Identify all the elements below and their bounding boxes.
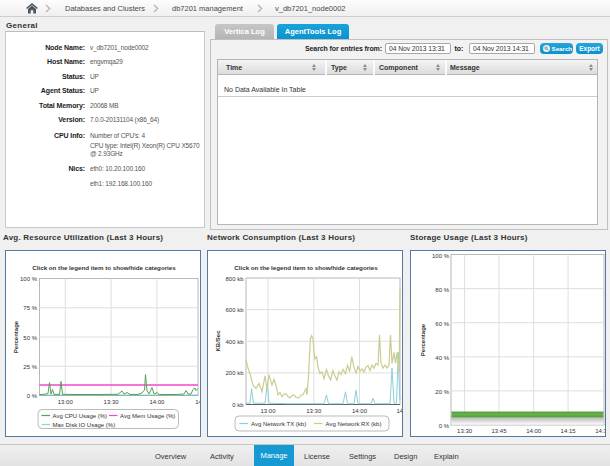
svg-text:75 %: 75 % xyxy=(23,305,37,311)
svg-text:50 %: 50 % xyxy=(23,335,37,341)
svg-text:Avg Mem Usage (%): Avg Mem Usage (%) xyxy=(120,413,175,419)
svg-text:100 %: 100 % xyxy=(432,253,450,259)
svg-text:40 %: 40 % xyxy=(435,355,449,361)
svg-text:0 %: 0 % xyxy=(27,393,38,399)
svg-text:14:15: 14:15 xyxy=(561,428,577,434)
svg-text:60 %: 60 % xyxy=(435,321,449,327)
svg-text:400 kb: 400 kb xyxy=(225,339,244,345)
svg-text:13:30: 13:30 xyxy=(306,408,322,414)
svg-text:13:45: 13:45 xyxy=(491,428,507,434)
svg-text:14:30: 14:30 xyxy=(396,408,402,414)
svg-text:14:00: 14:00 xyxy=(352,408,368,414)
svg-text:KB/Sec: KB/Sec xyxy=(215,330,221,352)
svg-text:0 %: 0 % xyxy=(439,423,450,429)
svg-text:Click on the legend item to sh: Click on the legend item to show/hide ca… xyxy=(32,264,176,271)
svg-text:14:30: 14:30 xyxy=(595,428,605,434)
svg-text:20 %: 20 % xyxy=(435,389,449,395)
svg-text:14:00: 14:00 xyxy=(149,399,165,405)
svg-text:13:00: 13:00 xyxy=(58,399,74,405)
svg-text:Percentage: Percentage xyxy=(13,320,19,353)
svg-text:13:30: 13:30 xyxy=(104,399,120,405)
svg-text:100 %: 100 % xyxy=(20,276,38,282)
svg-text:200 kb: 200 kb xyxy=(225,370,244,376)
svg-text:Percentage: Percentage xyxy=(420,323,426,356)
svg-text:80 %: 80 % xyxy=(435,287,449,293)
svg-text:Click on the legend item to sh: Click on the legend item to show/hide ca… xyxy=(234,264,378,271)
svg-text:800 kb: 800 kb xyxy=(225,276,244,282)
svg-text:14:00: 14:00 xyxy=(526,428,542,434)
svg-text:Avg Network RX (kb): Avg Network RX (kb) xyxy=(326,421,382,427)
svg-text:13:30: 13:30 xyxy=(457,428,473,434)
svg-text:600 kb: 600 kb xyxy=(225,307,244,313)
svg-text:13:00: 13:00 xyxy=(260,408,276,414)
svg-text:25 %: 25 % xyxy=(23,364,37,370)
svg-text:0 kb: 0 kb xyxy=(232,402,244,408)
svg-text:Max Disk IO Usage (%): Max Disk IO Usage (%) xyxy=(53,422,116,428)
svg-text:Avg Network TX (kb): Avg Network TX (kb) xyxy=(251,421,306,427)
svg-text:14:30: 14:30 xyxy=(195,399,200,405)
svg-text:Avg CPU Usage (%): Avg CPU Usage (%) xyxy=(53,413,108,419)
